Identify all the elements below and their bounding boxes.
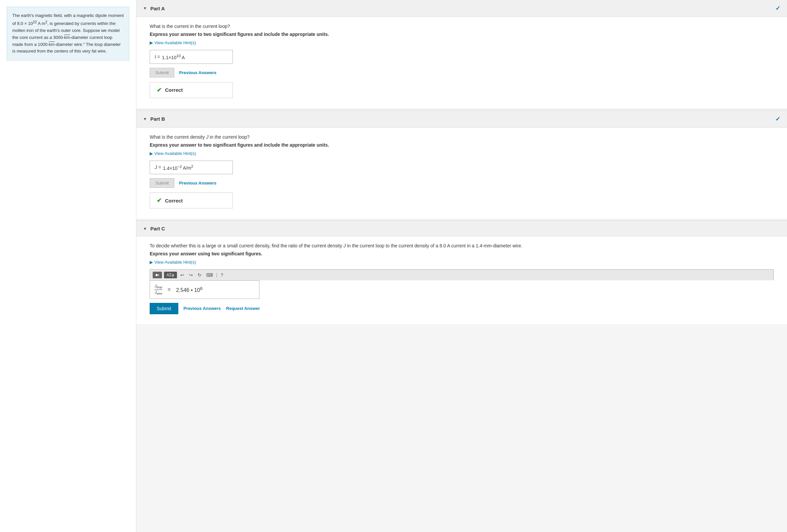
toolbar-template-btn[interactable]: ■▪ bbox=[153, 272, 162, 278]
problem-statement: The earth's magnetic field, with a magne… bbox=[7, 7, 129, 61]
part-b-actions: Submit Previous Answers bbox=[150, 178, 774, 188]
part-c-fraction: Jloop Jwire bbox=[155, 284, 162, 295]
part-a-hint-link[interactable]: ▶ View Available Hint(s) bbox=[150, 40, 774, 45]
part-a-previous-answers-link[interactable]: Previous Answers bbox=[179, 70, 216, 75]
part-c-answer-value: 2.546 • 106 bbox=[176, 286, 203, 293]
part-a-chevron[interactable]: ▼ bbox=[143, 6, 147, 10]
toolbar-help-btn[interactable]: ? bbox=[219, 272, 225, 278]
part-c-q-end: -diameter wire. bbox=[492, 243, 523, 248]
part-c-equals: = bbox=[168, 287, 171, 293]
part-c-section: ▼ Part C To decide whether this is a lar… bbox=[136, 221, 787, 324]
part-c-actions: Submit Previous Answers Request Answer bbox=[150, 303, 774, 314]
part-b-title: Part B bbox=[150, 116, 165, 122]
part-b-hint-label: View Available Hint(s) bbox=[154, 151, 196, 156]
part-c-title: Part C bbox=[150, 226, 165, 231]
part-a-title: Part A bbox=[150, 6, 165, 11]
part-c-instructions: Express your answer using two significan… bbox=[150, 251, 774, 257]
part-a-body: What is the current in the current loop?… bbox=[136, 17, 787, 108]
part-b-correct-box: ✔ Correct bbox=[150, 193, 233, 208]
part-c-hint-link[interactable]: ▶ View Available Hint(s) bbox=[150, 260, 774, 265]
part-c-hint-label: View Available Hint(s) bbox=[154, 260, 196, 265]
part-b-question: What is the current density J in the cur… bbox=[150, 134, 774, 140]
part-c-question: To decide whether this is a large or a s… bbox=[150, 243, 774, 248]
part-c-previous-answers-link[interactable]: Previous Answers bbox=[184, 306, 221, 311]
part-b-previous-answers-link[interactable]: Previous Answers bbox=[179, 180, 216, 185]
part-c-request-answer-link[interactable]: Request Answer bbox=[226, 306, 260, 311]
hint-arrow-c: ▶ bbox=[150, 260, 153, 265]
toolbar-greek-btn[interactable]: ΑΣφ bbox=[164, 272, 177, 278]
part-b-header: ▼ Part B ✓ bbox=[136, 111, 787, 128]
part-c-body: To decide whether this is a large or a s… bbox=[136, 237, 787, 324]
unit-exp: 2 bbox=[45, 20, 47, 24]
km-label-2: km bbox=[49, 42, 55, 47]
part-a-answer-box: I = 1.1×1010 A bbox=[150, 50, 233, 64]
part-b-exp: −2 bbox=[177, 164, 182, 169]
problem-text-content: The earth's magnetic field, with a magne… bbox=[12, 13, 124, 53]
exponent1: 22 bbox=[33, 20, 37, 24]
part-a-answer-value: 1.1×1010 A bbox=[162, 53, 185, 60]
part-b-question-start: What is the current density bbox=[150, 134, 206, 140]
part-a-exp: 10 bbox=[176, 53, 180, 58]
part-b-chevron[interactable]: ▼ bbox=[143, 117, 147, 121]
part-a-actions: Submit Previous Answers bbox=[150, 68, 774, 77]
part-c-q-mid: in the current loop to the current densi… bbox=[346, 243, 484, 248]
part-c-q-start: To decide whether this is a large or a s… bbox=[150, 243, 344, 248]
part-a-correct-checkmark: ✔ bbox=[157, 86, 162, 94]
part-c-math-input[interactable]: Jloop Jwire = 2.546 • 106 bbox=[150, 280, 259, 298]
part-b-submit-button[interactable]: Submit bbox=[150, 178, 174, 188]
hint-arrow-b: ▶ bbox=[150, 151, 153, 156]
part-b-question-end: in the current loop? bbox=[209, 134, 250, 140]
toolbar-redo-btn[interactable]: ↪ bbox=[188, 272, 194, 278]
part-b-question-var: J bbox=[206, 134, 209, 140]
part-c-chevron[interactable]: ▼ bbox=[143, 226, 147, 231]
part-c-answer-exp: 6 bbox=[200, 286, 202, 291]
part-a-correct-text: Correct bbox=[165, 87, 183, 93]
part-c-header: ▼ Part C bbox=[136, 221, 787, 237]
part-a-instructions: Express your answer to two significant f… bbox=[150, 31, 774, 37]
hint-arrow-a: ▶ bbox=[150, 40, 153, 45]
part-b-hint-link[interactable]: ▶ View Available Hint(s) bbox=[150, 151, 774, 156]
part-b-instructions: Express your answer to two significant f… bbox=[150, 142, 774, 148]
part-b-answer-value: 1.4×10−2 A/m2 bbox=[163, 164, 193, 171]
part-b-body: What is the current density J in the cur… bbox=[136, 128, 787, 219]
math-toolbar: ■▪ ΑΣφ ↩ ↪ ↻ ⌨ | ? bbox=[150, 269, 774, 280]
toolbar-refresh-btn[interactable]: ↻ bbox=[196, 272, 203, 278]
part-b-correct-checkmark: ✔ bbox=[157, 197, 162, 204]
part-c-submit-button[interactable]: Submit bbox=[150, 303, 178, 314]
part-b-check: ✓ bbox=[775, 115, 780, 123]
toolbar-undo-btn[interactable]: ↩ bbox=[179, 272, 186, 278]
part-a-check: ✓ bbox=[775, 5, 780, 12]
part-b-answer-label: J = bbox=[155, 164, 161, 170]
part-a-question: What is the current in the current loop? bbox=[150, 24, 774, 29]
part-b-section: ▼ Part B ✓ What is the current density J… bbox=[136, 111, 787, 219]
part-c-mm: mm bbox=[484, 243, 491, 248]
part-a-answer-label: I = bbox=[155, 54, 160, 60]
part-a-section: ▼ Part A ✓ What is the current in the cu… bbox=[136, 0, 787, 108]
toolbar-separator: | bbox=[216, 272, 217, 278]
km-label-1: km bbox=[64, 35, 70, 40]
toolbar-keyboard-btn[interactable]: ⌨ bbox=[205, 272, 214, 278]
part-a-header: ▼ Part A ✓ bbox=[136, 0, 787, 17]
part-c-q-var: J bbox=[344, 243, 346, 248]
part-b-answer-box: J = 1.4×10−2 A/m2 bbox=[150, 161, 233, 175]
part-a-submit-button[interactable]: Submit bbox=[150, 68, 174, 77]
part-a-hint-label: View Available Hint(s) bbox=[154, 40, 196, 45]
part-a-correct-box: ✔ Correct bbox=[150, 82, 233, 98]
part-b-correct-text: Correct bbox=[165, 198, 183, 203]
